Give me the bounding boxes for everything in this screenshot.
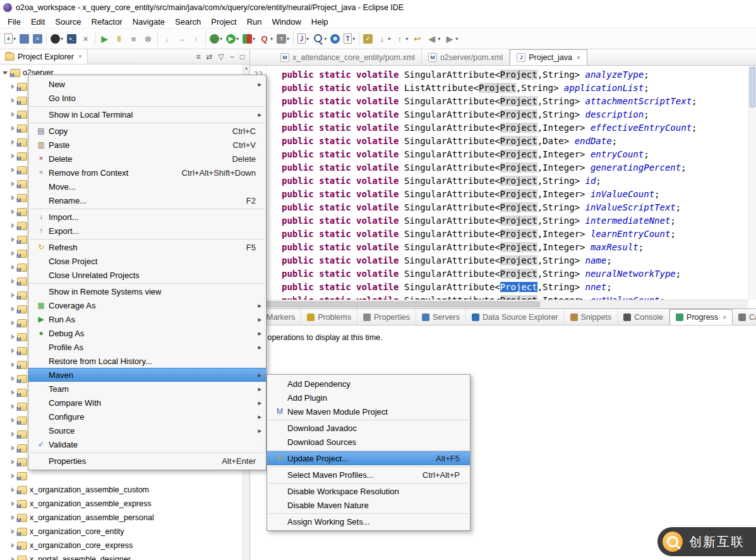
code-line[interactable]: public static volatile SingularAttribute… <box>282 108 756 121</box>
maven-submenu-item-add-dependency[interactable]: Add Dependency <box>267 377 470 391</box>
chevron-right-icon[interactable] <box>11 376 15 381</box>
chevron-right-icon[interactable] <box>11 460 15 465</box>
chevron-right-icon[interactable] <box>11 404 15 409</box>
menubar-item-file[interactable]: File <box>3 16 26 27</box>
chevron-right-icon[interactable] <box>11 320 15 326</box>
suspend-button[interactable]: ‖ <box>112 32 126 46</box>
project-explorer-tab[interactable]: Project Explorer × <box>0 49 88 64</box>
chevron-right-icon[interactable] <box>11 348 15 353</box>
dropdown-arrow-icon[interactable]: ▾ <box>455 36 458 42</box>
chevron-right-icon[interactable] <box>11 265 15 270</box>
menubar-item-search[interactable]: Search <box>170 16 206 27</box>
view-menu-icon[interactable]: ▽ <box>219 52 224 61</box>
maven-submenu-item-disable-maven-nature[interactable]: Disable Maven Nature <box>267 498 470 512</box>
context-menu-item-profile-as[interactable]: Profile As▸ <box>28 340 266 354</box>
save-all-button[interactable]: ≡ <box>31 33 44 45</box>
code-line[interactable]: public static volatile SingularAttribute… <box>282 254 756 267</box>
dropdown-arrow-icon[interactable]: ▾ <box>405 36 408 42</box>
step-into-button[interactable]: ↓ <box>160 32 174 46</box>
context-menu-item-remove-from-context[interactable]: ×Remove from ContextCtrl+Alt+Shift+Down <box>28 166 266 180</box>
chevron-right-icon[interactable] <box>11 501 15 506</box>
chevron-right-icon[interactable] <box>11 223 15 228</box>
context-menu-item-restore-from-local-history[interactable]: Restore from Local History... <box>28 354 266 368</box>
chevron-right-icon[interactable] <box>11 126 15 131</box>
maven-submenu-item-download-sources[interactable]: Download Sources <box>267 435 470 449</box>
context-menu-item-move[interactable]: Move... <box>28 180 266 193</box>
context-menu-item-run-as[interactable]: ▶Run As▸ <box>28 312 266 326</box>
menubar-item-navigate[interactable]: Navigate <box>128 16 170 27</box>
next-annotation-button[interactable]: ↓▾ <box>375 32 392 46</box>
bottom-tab-properties[interactable]: Properties <box>357 309 416 325</box>
chevron-right-icon[interactable] <box>11 334 15 339</box>
close-icon[interactable]: × <box>575 54 580 61</box>
close-icon[interactable]: × <box>721 314 726 321</box>
chevron-right-icon[interactable] <box>11 432 15 437</box>
editor-horizontal-scrollbar[interactable]: ◀ <box>250 300 748 308</box>
context-menu-item-close-unrelated-projects[interactable]: Close Unrelated Projects <box>28 268 266 282</box>
chevron-right-icon[interactable] <box>11 251 15 256</box>
tree-item-x-organization-assemble-express[interactable]: Mx_organization_assemble_express <box>0 497 249 511</box>
chevron-right-icon[interactable] <box>11 418 15 423</box>
dropdown-arrow-icon[interactable]: ▾ <box>220 36 222 42</box>
chevron-right-icon[interactable] <box>11 181 15 186</box>
prev-annotation-button[interactable]: ↑▾ <box>392 32 410 46</box>
chevron-right-icon[interactable] <box>11 154 15 159</box>
code-line[interactable]: public static volatile SingularAttribute… <box>282 174 756 188</box>
maven-submenu-item-disable-workspace-resolution[interactable]: Disable Workspace Resolution <box>267 484 470 498</box>
maven-submenu-item-select-maven-profiles[interactable]: Select Maven Profiles...Ctrl+Alt+P <box>267 468 470 482</box>
code-line[interactable]: public static volatile SingularAttribute… <box>282 95 756 108</box>
dropdown-arrow-icon[interactable]: ▾ <box>13 36 16 42</box>
context-menu-item-rename[interactable]: Rename...F2 <box>28 193 266 207</box>
code-line[interactable]: public static volatile SingularAttribute… <box>282 228 756 241</box>
chevron-right-icon[interactable] <box>11 279 15 284</box>
minimize-icon[interactable]: − <box>230 52 234 61</box>
context-menu-item-show-in-remote-systems-view[interactable]: Show in Remote Systems view <box>28 284 266 298</box>
new-java-element-button[interactable]: J▾ <box>296 32 311 45</box>
chevron-right-icon[interactable] <box>11 140 15 145</box>
mark-occurrences-button[interactable]: ✓ <box>361 33 375 45</box>
menubar-item-source[interactable]: Source <box>50 16 86 27</box>
maven-submenu-item-add-plugin[interactable]: Add Plugin <box>267 391 470 405</box>
tree-item-x-portal-assemble-designer[interactable]: Mx_portal_assemble_designer <box>0 552 249 560</box>
chevron-right-icon[interactable] <box>11 84 15 89</box>
maven-submenu-item-assign-working-sets[interactable]: Assign Working Sets... <box>267 514 470 528</box>
chevron-right-icon[interactable] <box>11 529 15 534</box>
new-wizard-button[interactable]: +▾ <box>3 32 18 45</box>
debug-button[interactable]: ▾ <box>208 33 224 45</box>
chevron-right-icon[interactable] <box>11 515 15 520</box>
clear-console-button[interactable]: × <box>78 32 93 46</box>
context-menu-item-go-into[interactable]: Go Into <box>28 91 266 105</box>
context-menu-item-team[interactable]: Team▸ <box>28 382 266 396</box>
chevron-right-icon[interactable] <box>11 237 15 242</box>
chevron-right-icon[interactable] <box>11 195 15 200</box>
chevron-right-icon[interactable] <box>11 293 15 298</box>
code-line[interactable]: public static volatile SingularAttribute… <box>282 201 756 214</box>
context-menu-item-new[interactable]: New▸ <box>28 77 266 91</box>
chevron-right-icon[interactable] <box>11 209 15 214</box>
editor-tab-o2server-pom-xml[interactable]: Mo2server/pom.xml <box>422 49 510 65</box>
resume-button[interactable]: ▶ <box>97 32 112 46</box>
context-menu-item-coverage-as[interactable]: ▦Coverage As▸ <box>28 298 266 312</box>
bottom-tab-call-hier[interactable]: Call Hier... <box>733 309 756 325</box>
maven-submenu-item-new-maven-module-project[interactable]: MNew Maven Module Project <box>267 405 470 418</box>
context-menu-item-show-in-local-terminal[interactable]: Show in Local Terminal▸ <box>28 107 266 121</box>
editor-tab-project-java[interactable]: JProject_java× <box>510 49 587 65</box>
close-icon[interactable]: × <box>77 53 82 60</box>
context-menu-item-refresh[interactable]: ↻RefreshF5 <box>28 240 266 254</box>
maximize-icon[interactable]: □ <box>240 52 244 61</box>
code-line[interactable]: public static volatile ListAttribute<Pro… <box>282 82 756 95</box>
maven-submenu-item-update-project[interactable]: ↻Update Project...Alt+F5 <box>267 451 470 465</box>
bottom-tab-data-source-explorer[interactable]: Data Source Explorer <box>466 309 565 325</box>
chevron-right-icon[interactable] <box>11 307 15 312</box>
context-menu-item-copy[interactable]: ▤CopyCtrl+C <box>28 124 266 138</box>
scrollbar-thumb[interactable] <box>261 301 540 307</box>
dropdown-arrow-icon[interactable]: ▾ <box>253 36 255 42</box>
menubar-item-refactor[interactable]: Refactor <box>87 16 128 27</box>
dropdown-arrow-icon[interactable]: ▾ <box>306 36 309 42</box>
maven-submenu-item-download-javadoc[interactable]: Download Javadoc <box>267 421 470 435</box>
run-last-button[interactable]: Q▾ <box>257 32 275 46</box>
step-return-button[interactable]: ↑ <box>189 32 203 46</box>
dropdown-arrow-icon[interactable]: ▾ <box>324 36 327 42</box>
forward-button[interactable]: ▶▾ <box>442 32 460 46</box>
code-editor[interactable]: 222324252627282930313233343536373839 pub… <box>250 66 756 308</box>
